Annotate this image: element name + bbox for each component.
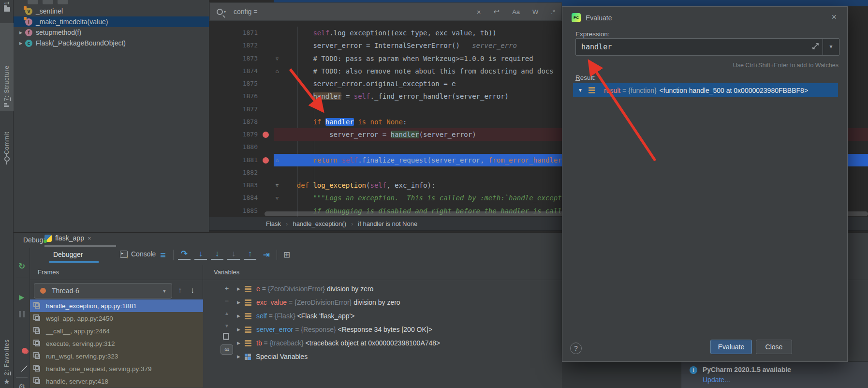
expand-arrow-icon[interactable]: ▶ [237, 327, 245, 332]
close-tab-icon[interactable]: × [88, 235, 91, 242]
evaluate-button[interactable]: Evaluate [710, 340, 752, 354]
fold-marker-icon[interactable]: ▿ [273, 192, 281, 204]
breadcrumb-separator-icon: › [286, 220, 288, 227]
collapse-icon[interactable]: ▼ [578, 88, 588, 93]
sidebar-item-structure[interactable]: 7: Structure [0, 23, 14, 111]
line-number: 1871 [209, 27, 258, 39]
frames-list: handle_exception, app.py:1881wsgi_app, a… [30, 299, 203, 388]
fold-marker-icon[interactable]: ▿ [273, 52, 281, 65]
run-to-cursor-button[interactable]: ⇥ [260, 249, 273, 261]
expand-expression-icon[interactable] [808, 43, 823, 51]
help-button[interactable]: ? [570, 343, 582, 354]
search-history-icon[interactable]: ↩ [494, 7, 500, 16]
settings-gear-button[interactable]: ⚙ [14, 382, 30, 388]
stack-frame-row[interactable]: run_wsgi, serving.py:323 [30, 350, 203, 362]
expression-value[interactable]: handler [581, 43, 808, 51]
add-watch-button[interactable]: + [225, 284, 229, 292]
breakpoint-icon[interactable] [263, 132, 269, 138]
structure-item[interactable]: f_make_timedelta(value) [14, 16, 209, 27]
search-options-chevron-icon[interactable]: ▾ [224, 10, 226, 14]
fold-marker-icon[interactable]: ⌂ [273, 65, 281, 77]
stack-frame-row[interactable]: handle, server.py:418 [30, 375, 203, 388]
rerun-button[interactable]: ↻ [14, 261, 30, 271]
sidebar-item-commit[interactable]: Commit [0, 115, 14, 164]
words-toggle[interactable]: W [532, 8, 538, 15]
next-frame-button[interactable]: ↓ [191, 286, 194, 295]
expression-history-dropdown[interactable]: ▼ [823, 39, 839, 55]
expression-label: Expression: [575, 30, 610, 38]
step-into-my-code-button[interactable]: ↓ [211, 249, 223, 260]
search-icon [217, 9, 223, 15]
step-into-button[interactable]: ↓ [194, 249, 207, 260]
bar [245, 286, 251, 287]
code-token: ._find_error_handler(server_error) [370, 92, 509, 100]
variable-icon [245, 299, 251, 306]
stack-frame-row[interactable]: __call__, app.py:2464 [30, 325, 203, 337]
fold-marker-icon[interactable]: ⌂ [273, 154, 281, 166]
close-dialog-icon[interactable]: × [831, 12, 837, 22]
toolbar-fragment-icon[interactable] [58, 0, 68, 4]
previous-frame-button[interactable]: ↑ [178, 286, 182, 295]
sidebar-item-favorites[interactable]: 2: Favorites ★ [0, 294, 14, 386]
expand-arrow-icon[interactable]: ▶ [237, 300, 245, 305]
stack-frame-row[interactable]: handle_exception, app.py:1881 [30, 299, 203, 312]
code-token [280, 67, 313, 75]
force-step-into-button[interactable]: ↓ [227, 249, 240, 260]
code-token: .finalize_request(server_error, [358, 156, 488, 164]
fold-marker-icon[interactable]: ▿ [273, 179, 281, 192]
console-tab-label: Console [131, 250, 156, 258]
search-bar[interactable]: ▾ config = × ↩ Aa W .* [209, 2, 562, 21]
code-token [280, 194, 313, 202]
layout-options-icon[interactable]: ≡ [157, 249, 169, 261]
structure-item[interactable]: v_sentinel [14, 6, 209, 16]
frames-panel-header: Frames [30, 265, 203, 280]
expand-arrow-icon[interactable]: ▶ [17, 30, 24, 35]
expand-arrow-icon[interactable]: ▶ [237, 341, 245, 345]
lock-icon [24, 17, 27, 20]
tab-debugger[interactable]: Debugger [53, 251, 83, 258]
expand-arrow-icon[interactable]: ▶ [237, 286, 245, 291]
regex-toggle[interactable]: .* [551, 8, 555, 15]
move-watch-down-button[interactable]: ▼ [224, 322, 229, 330]
breadcrumb-item[interactable]: if handler is not None [358, 220, 417, 227]
structure-item[interactable]: ▶fsetupmethod(f) [14, 27, 209, 38]
update-link[interactable]: Update... [703, 376, 730, 384]
code-token: log_exception [313, 181, 366, 189]
show-return-values-button[interactable]: ∞ [221, 344, 233, 355]
structure-item[interactable]: ▶cFlask(_PackageBoundObject) [14, 38, 209, 48]
pause-button[interactable] [14, 311, 30, 319]
close-search-icon[interactable]: × [477, 8, 481, 16]
move-watch-up-button[interactable]: ▲ [224, 309, 229, 317]
bar [245, 327, 251, 328]
search-input[interactable]: config = [234, 8, 471, 15]
resume-button[interactable]: ▶ [14, 293, 30, 301]
breadcrumb-item[interactable]: Flask [266, 220, 281, 227]
run-configuration-tab[interactable]: flask_app × [44, 234, 91, 242]
result-row[interactable]: ▼ result = {function} <function handle_5… [573, 83, 838, 97]
stack-frame-row[interactable]: wsgi_app, app.py:2450 [30, 312, 203, 325]
toolbar-fragment-icon[interactable] [43, 0, 53, 4]
evaluate-expression-button[interactable]: ⊞ [280, 249, 293, 261]
close-button[interactable]: Close [756, 340, 792, 354]
stack-frame-row[interactable]: execute, serving.py:312 [30, 337, 203, 350]
update-notification[interactable]: i PyCharm 2020.1.5 available Update... [681, 361, 868, 388]
code-token: self [341, 156, 358, 164]
watches-toolbar: + − ▲ ▼ ∞ [219, 284, 235, 355]
step-out-button[interactable]: ↑ [244, 249, 256, 260]
expand-arrow-icon[interactable]: ▶ [17, 41, 24, 45]
expression-input[interactable]: handler ▼ [575, 38, 839, 56]
equals-sign: = [293, 326, 301, 333]
breadcrumb-item[interactable]: handle_exception() [293, 220, 346, 227]
duplicate-watch-button[interactable] [224, 334, 229, 340]
breakpoint-icon[interactable] [263, 157, 269, 164]
remove-watch-button[interactable]: − [225, 297, 229, 305]
stack-frame-row[interactable]: handle_one_request, serving.py:379 [30, 362, 203, 375]
expand-arrow-icon[interactable]: ▶ [237, 354, 245, 359]
expand-arrow-icon[interactable]: ▶ [237, 313, 245, 318]
toolbar-fragment-icon[interactable] [28, 0, 38, 4]
sidebar-item-project[interactable]: 1 [0, 1, 14, 19]
step-over-button[interactable]: ↷ [178, 249, 191, 260]
thread-selector[interactable]: Thread-6 ▼ [34, 283, 172, 298]
tab-console[interactable]: ▸↓ Console [120, 250, 156, 258]
match-case-toggle[interactable]: Aa [512, 8, 520, 15]
